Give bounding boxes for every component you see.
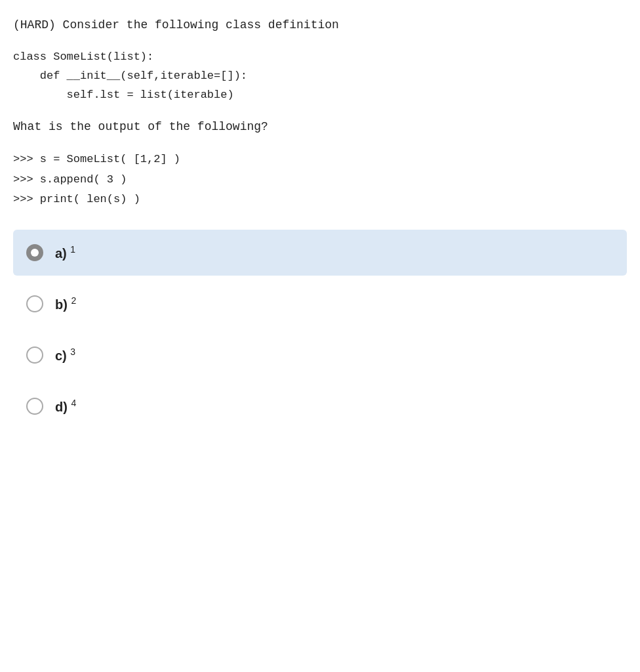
options-container: a) 1 b) 2 c) 3 d) 4 — [13, 230, 627, 434]
code-block: class SomeList(list): def __init__(self,… — [13, 48, 627, 105]
question-prompt: What is the output of the following? — [13, 117, 627, 136]
radio-b[interactable] — [26, 295, 43, 312]
option-a[interactable]: a) 1 — [13, 230, 627, 276]
option-d[interactable]: d) 4 — [13, 383, 627, 429]
radio-a[interactable] — [26, 244, 43, 261]
option-b[interactable]: b) 2 — [13, 281, 627, 327]
radio-inner-a — [31, 249, 39, 257]
option-b-label: b) 2 — [55, 295, 76, 312]
repl-block: >>> s = SomeList( [1,2] ) >>> s.append( … — [13, 150, 627, 210]
option-c-label: c) 3 — [55, 346, 75, 364]
radio-d[interactable] — [26, 398, 43, 415]
option-d-label: d) 4 — [55, 398, 76, 415]
question-header: (HARD) Consider the following class defi… — [13, 16, 627, 35]
radio-c[interactable] — [26, 346, 43, 364]
option-a-label: a) 1 — [55, 244, 75, 261]
question-container: (HARD) Consider the following class defi… — [13, 16, 627, 434]
option-c[interactable]: c) 3 — [13, 332, 627, 378]
